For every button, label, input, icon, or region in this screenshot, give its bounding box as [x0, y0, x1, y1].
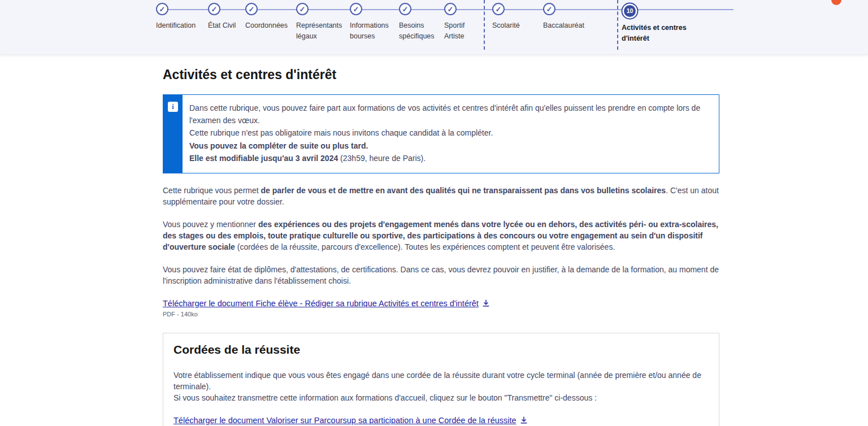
step-label: Représentants légaux: [296, 20, 347, 42]
main-content: Activités et centres d'intérêt i Dans ce…: [163, 55, 719, 426]
check-icon: ✓: [399, 3, 411, 15]
stepper-step-coordonnees[interactable]: ✓ Coordonnées: [245, 3, 299, 31]
stepper-step-sportif-artiste[interactable]: ✓ Sportif Artiste: [444, 3, 475, 42]
download-link-valoriser-cordee[interactable]: Télécharger le document Valoriser sur Pa…: [173, 416, 528, 425]
step-label: Activités et centres d'intérêt: [622, 23, 687, 44]
step-label: Sportif Artiste: [444, 20, 475, 42]
step-label: Baccalauréat: [543, 20, 597, 31]
cordees-body-line-1: Votre établissement indique que vous vou…: [173, 370, 709, 392]
step-number-badge: 10: [624, 5, 636, 17]
info-callout-bar: i: [163, 95, 183, 173]
check-icon: ✓: [156, 3, 168, 15]
stepper-step-scolarite[interactable]: ✓ Scolarité: [492, 3, 543, 31]
cordees-card: Cordées de la réussite Votre établisseme…: [163, 333, 719, 426]
stepper-strip: ✓ Identification ✓ État Civil ✓ Coordonn…: [0, 0, 868, 55]
download-file-meta: PDF - 140ko: [163, 311, 719, 318]
step-label: Informations bourses: [350, 20, 398, 42]
intro-paragraph-3: Vous pouvez faire état de diplômes, d'at…: [163, 264, 719, 286]
download-icon: [520, 416, 528, 424]
info-line-2: Cette rubrique n'est pas obligatoire mai…: [189, 127, 709, 140]
stepper-step-activites-centres-interet[interactable]: 10 Activités et centres d'intérêt: [622, 3, 687, 44]
stepper-step-informations-bourses[interactable]: ✓ Informations bourses: [350, 3, 398, 42]
intro-paragraph-1: Cette rubrique vous permet de parler de …: [163, 185, 719, 207]
stepper-step-representants-legaux[interactable]: ✓ Représentants légaux: [296, 3, 347, 42]
info-line-1: Dans cette rubrique, vous pouvez faire p…: [189, 102, 709, 127]
check-icon: ✓: [296, 3, 309, 15]
check-icon: ✓: [492, 3, 505, 15]
check-icon: ✓: [543, 3, 555, 15]
page-title: Activités et centres d'intérêt: [163, 67, 719, 82]
stepper-section-divider: [484, 0, 485, 50]
download-icon: [482, 299, 490, 307]
stepper-step-identification[interactable]: ✓ Identification: [156, 3, 207, 31]
check-icon: ✓: [208, 3, 220, 15]
step-label: Coordonnées: [245, 20, 299, 31]
info-icon: i: [168, 102, 178, 112]
info-line-3: Vous pouvez la compléter de suite ou plu…: [189, 140, 709, 153]
stepper-section-divider: [617, 0, 618, 50]
info-line-4: Elle est modifiable jusqu'au 3 avril 202…: [189, 153, 709, 165]
info-callout: i Dans cette rubrique, vous pouvez faire…: [163, 94, 719, 173]
intro-paragraph-2: Vous pouvez y mentionner des expériences…: [163, 219, 719, 253]
step-label: Identification: [156, 20, 207, 31]
stepper-step-besoins-specifiques[interactable]: ✓ Besoins spécifiques: [399, 3, 444, 42]
check-icon: ✓: [350, 3, 362, 15]
cordees-card-title: Cordées de la réussite: [173, 343, 709, 357]
step-label: Besoins spécifiques: [399, 20, 444, 42]
stepper-step-baccalaureat[interactable]: ✓ Baccalauréat: [543, 3, 597, 31]
info-callout-text: Dans cette rubrique, vous pouvez faire p…: [183, 95, 719, 173]
cordees-body-line-2: Si vous souhaitez transmettre cette info…: [173, 392, 709, 403]
step-label: Scolarité: [492, 20, 543, 31]
check-icon: ✓: [245, 3, 258, 15]
check-icon: ✓: [444, 3, 457, 15]
download-link-fiche-eleve[interactable]: Télécharger le document Fiche élève - Ré…: [163, 299, 490, 308]
cordees-card-body: Votre établissement indique que vous vou…: [173, 370, 709, 403]
notification-badge[interactable]: [831, 0, 841, 5]
